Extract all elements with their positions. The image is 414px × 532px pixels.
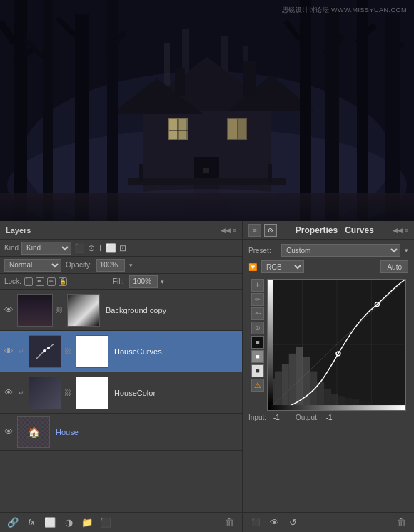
lock-pixel-icon[interactable]: ⬛	[24, 277, 33, 286]
eye-preview-button[interactable]: 👁	[267, 516, 281, 530]
input-label: Input:	[248, 414, 266, 421]
preset-select[interactable]: Custom	[281, 244, 400, 257]
layers-panel-controls: ◀◀ ≡	[221, 227, 236, 234]
panel-collapse-left[interactable]: ◀◀	[221, 227, 231, 234]
gray-point-tool[interactable]: ■	[251, 350, 264, 363]
opacity-input[interactable]	[96, 259, 125, 272]
input-value: -1	[273, 414, 280, 421]
mask-thumb-content	[76, 336, 108, 367]
lock-move-icon[interactable]: ✛	[47, 277, 56, 286]
curves-tab[interactable]: ⊙	[264, 224, 277, 237]
layer-chain-icon[interactable]: ⛓	[64, 344, 71, 359]
preset-label: Preset:	[248, 247, 277, 255]
layer-kind-toolbar: Kind Kind ⬛ ⊙ T ⬜ ⊡	[0, 240, 242, 257]
svg-rect-62	[310, 372, 317, 410]
opacity-label: Opacity:	[66, 261, 92, 269]
fill-label: Fill:	[113, 277, 124, 285]
layer-visibility-toggle[interactable]: 👁	[3, 387, 14, 399]
link-layers-button[interactable]: 🔗	[6, 516, 20, 530]
draw-curve-tool[interactable]: ✏	[251, 293, 264, 306]
new-layer-button[interactable]: ⬛	[99, 516, 113, 530]
kind-label: Kind	[4, 244, 19, 252]
eyedropper-icon[interactable]: 🔽	[248, 263, 257, 271]
layer-thumb-content: 🏠	[18, 417, 49, 447]
lock-fill-row: Lock: ⬛ ✒ ✛ 🔒 Fill: ▾	[0, 274, 242, 290]
kind-select[interactable]: Kind	[21, 242, 71, 255]
panel-options-menu[interactable]: ≡	[233, 227, 236, 234]
panel-options-menu-right[interactable]: ≡	[405, 227, 408, 234]
layer-thumbnail	[29, 377, 61, 409]
curves-title-text: Curves	[345, 225, 374, 235]
properties-panel-controls: ◀◀ ≡	[393, 227, 408, 234]
opacity-arrow[interactable]: ▾	[129, 262, 133, 269]
house-scene	[0, 0, 414, 221]
black-point-tool[interactable]: ■	[251, 336, 264, 349]
panel-collapse-right[interactable]: ◀◀	[393, 227, 403, 234]
layer-bottom-bar: 🔗 fx ⬜ ◑ 📁 ⬛ 🗑	[0, 512, 242, 532]
smart-filter-icon[interactable]: ⊡	[119, 243, 126, 253]
properties-panel: ≡ ⊙ Properties Curves ◀◀ ≡ Preset: Custo…	[243, 221, 414, 532]
adjustment-filter-icon[interactable]: ⊙	[88, 243, 95, 253]
fill-input[interactable]	[129, 275, 158, 288]
auto-button[interactable]: Auto	[380, 260, 408, 273]
layer-name: House	[53, 428, 239, 436]
svg-rect-25	[268, 164, 272, 182]
svg-rect-59	[289, 354, 296, 410]
layer-visibility-toggle[interactable]: 👁	[3, 426, 14, 438]
curves-tools: ✛ ✏ 〜 ⊙ ■ ■ ■ ⚠	[251, 279, 264, 392]
input-output-row: Input: -1 Output: -1	[248, 414, 408, 421]
layer-visibility-toggle[interactable]: 👁	[3, 305, 14, 316]
warning-icon: ⚠	[251, 379, 264, 392]
select-point-tool[interactable]: ✛	[251, 279, 264, 292]
pixel-filter-icon[interactable]: ⬛	[74, 243, 85, 253]
white-point-tool[interactable]: ■	[251, 364, 264, 377]
preset-arrow[interactable]: ▾	[405, 247, 408, 254]
svg-rect-31	[107, 0, 118, 221]
properties-tab[interactable]: ≡	[248, 224, 261, 237]
blend-mode-select[interactable]: Normal	[4, 259, 61, 272]
layer-item[interactable]: 👁 ↵ ⛓ HouseColor	[0, 372, 242, 414]
layers-panel-title: Layers	[6, 226, 31, 235]
layer-thumbnail	[17, 294, 53, 327]
fx-button[interactable]: fx	[24, 516, 39, 530]
svg-rect-11	[243, 61, 256, 96]
preset-row: Preset: Custom ▾	[248, 244, 408, 257]
svg-rect-30	[75, 14, 89, 221]
svg-rect-78	[268, 280, 273, 405]
layer-chain-icon[interactable]: ⛓	[64, 386, 71, 400]
layer-item[interactable]: 👁 ↵ ⛓ HouseCurves	[0, 331, 242, 372]
delete-adjustment-button[interactable]: 🗑	[394, 516, 408, 530]
lock-paint-icon[interactable]: ✒	[36, 277, 44, 286]
svg-rect-22	[203, 168, 209, 173]
delete-layer-button[interactable]: 🗑	[222, 516, 236, 530]
layer-chain-icon[interactable]: ⛓	[56, 303, 63, 317]
adjustments-button[interactable]: ◑	[61, 516, 76, 530]
shape-filter-icon[interactable]: ⬜	[106, 243, 116, 253]
add-mask-button[interactable]: ⬜	[43, 516, 57, 530]
lock-all-icon[interactable]: 🔒	[59, 277, 67, 286]
lock-label: Lock:	[4, 277, 21, 285]
blend-opacity-row: Normal Opacity: ▾	[0, 257, 242, 274]
layer-item[interactable]: 👁 ⛓ Background copy	[0, 290, 242, 331]
type-filter-icon[interactable]: T	[98, 243, 103, 253]
target-adjust-tool[interactable]: ⊙	[251, 322, 264, 334]
layer-thumb-content	[18, 295, 52, 326]
properties-title: Properties Curves	[296, 225, 374, 235]
new-group-button[interactable]: 📁	[80, 516, 94, 530]
channel-select[interactable]: RGB	[261, 260, 304, 273]
channel-row: 🔽 RGB Auto	[248, 260, 408, 273]
fill-arrow[interactable]: ▾	[161, 278, 164, 285]
curves-graph[interactable]	[267, 279, 406, 411]
svg-rect-45	[0, 193, 414, 221]
clip-to-layer-button[interactable]: ⬛	[248, 516, 263, 530]
layer-visibility-toggle[interactable]: 👁	[3, 346, 14, 357]
layers-list: 👁 ⛓ Background copy 👁 ↵	[0, 290, 242, 512]
svg-rect-77	[268, 405, 405, 410]
svg-rect-20	[238, 119, 246, 139]
svg-rect-14	[169, 119, 178, 139]
layer-item[interactable]: 👁 🏠 House	[0, 414, 242, 451]
smooth-tool[interactable]: 〜	[251, 307, 264, 320]
layer-name: HouseCurves	[111, 347, 239, 356]
svg-rect-61	[303, 357, 310, 410]
reset-button[interactable]: ↺	[286, 516, 300, 530]
